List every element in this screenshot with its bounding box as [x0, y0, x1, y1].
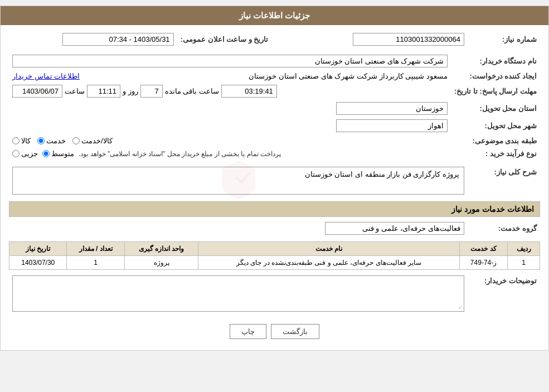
delivery-city-label: شهر محل تحویل:: [451, 117, 540, 134]
cell-date: 1403/07/30: [9, 256, 67, 270]
col-quantity: تعداد / مقدار: [67, 242, 124, 256]
services-table: ردیف کد خدمت نام خدمت واحد اندازه گیری ت…: [9, 241, 540, 270]
service-group-label: گروه خدمت:: [468, 220, 540, 237]
creator-label: ایجاد کننده درخواست:: [451, 70, 540, 83]
deadline-time-label: ساعت: [65, 87, 85, 95]
cell-quantity: 1: [67, 256, 124, 270]
watermark-logo: [216, 158, 261, 204]
service-group-field: فعالیت‌های حرفه‌ای، علمی و فنی: [325, 222, 464, 235]
summary-table: شرح کلی نیاز: پروژه کارگزاری فن بازار من…: [9, 164, 540, 197]
purchase-jozei-label: جزیی: [21, 149, 38, 158]
need-number-label: شماره نیاز:: [468, 31, 540, 48]
summary-text: پروژه کارگزاری فن بازار منطقه ای استان خ…: [305, 170, 459, 178]
category-khadamat-radio[interactable]: [37, 137, 45, 144]
purchase-type-row: پرداخت تمام یا بخشی از مبلغ خریداز محل "…: [9, 147, 451, 160]
deadline-remaining-label: ساعت باقی مانده: [165, 87, 219, 95]
back-button[interactable]: بازگشت: [271, 324, 319, 339]
buyer-org-value: شرکت شهرک های صنعتی استان خوزستان: [9, 52, 451, 70]
category-options: کالا/خدمت خدمت کالا: [9, 134, 451, 147]
purchase-mottavset-radio[interactable]: [42, 150, 50, 157]
col-service-name: نام خدمت: [198, 242, 460, 256]
purchase-mottavset-label: متوسط: [51, 149, 74, 158]
buyer-notes-label: توضیحات خریدار:: [468, 273, 540, 314]
category-label: طبقه بندی موضوعی:: [451, 134, 540, 147]
buyer-notes-table: توضیحات خریدار: ↙: [9, 273, 540, 314]
col-unit: واحد اندازه گیری: [124, 242, 198, 256]
table-row: 1 ز-74-749 سایر فعالیت‌های حرفه‌ای، علمی…: [9, 256, 540, 270]
buyer-org-label: نام دستگاه خریدار:: [451, 52, 540, 70]
contact-info-link[interactable]: اطلاعات تماس خریدار: [12, 72, 80, 80]
creator-text: مسعود شیبپی کاربرداز شرکت شهرک های صنعتی…: [249, 72, 448, 80]
category-kala-khadamat[interactable]: کالا/خدمت: [72, 137, 113, 145]
page-title: جزئیات اطلاعات نیاز: [239, 11, 310, 20]
print-button[interactable]: چاپ: [230, 324, 266, 339]
page-wrapper: جزئیات اطلاعات نیاز شماره نیاز: 11030013…: [0, 6, 549, 351]
category-khadamat-label: خدمت: [46, 137, 66, 145]
announcement-field: 1403/05/31 - 07:34: [62, 33, 174, 46]
creator-link-cell: اطلاعات تماس خریدار: [9, 70, 126, 83]
summary-label: شرح کلی نیاز:: [468, 164, 540, 197]
content-area: شماره نیاز: 1103001332000064 تاریخ و ساع…: [1, 25, 548, 350]
delivery-province-field: خوزستان: [336, 102, 448, 115]
cell-row-num: 1: [508, 256, 540, 270]
category-kala[interactable]: کالا: [12, 137, 31, 145]
purchase-mottavset[interactable]: متوسط: [42, 149, 74, 158]
purchase-note: پرداخت تمام یا بخشی از مبلغ خریداز محل "…: [79, 150, 281, 158]
top-info-bar: شماره نیاز: 1103001332000064 تاریخ و ساع…: [9, 31, 540, 48]
category-kala-radio[interactable]: [12, 137, 20, 144]
service-group-table: گروه خدمت: فعالیت‌های حرفه‌ای، علمی و فن…: [9, 220, 540, 237]
summary-watermark-container: پروژه کارگزاری فن بازار منطقه ای استان خ…: [12, 167, 464, 195]
delivery-province-value: خوزستان: [9, 100, 451, 117]
cell-unit: پروژه: [124, 256, 198, 270]
deadline-row: 03:19:41 ساعت باقی مانده 7 روز و 11:11 س…: [9, 83, 451, 100]
deadline-time-field: 11:11: [87, 85, 120, 98]
deadline-remaining-field: 03:19:41: [221, 85, 277, 98]
buyer-notes-cell: ↙: [9, 273, 468, 314]
need-number-field: 1103001332000064: [353, 33, 464, 46]
service-group-value: فعالیت‌های حرفه‌ای، علمی و فنی: [9, 220, 468, 237]
buyer-org-field: شرکت شهرک های صنعتی استان خوزستان: [12, 55, 448, 67]
deadline-days-field: 7: [140, 85, 163, 98]
deadline-label: مهلت ارسال پاسخ: تا تاریخ:: [451, 83, 540, 100]
summary-box: پروژه کارگزاری فن بازار منطقه ای استان خ…: [12, 167, 464, 195]
category-kala-khadamat-label: کالا/خدمت: [81, 137, 113, 145]
category-khadamat[interactable]: خدمت: [37, 137, 66, 145]
announcement-label: تاریخ و ساعت اعلان عمومی:: [177, 31, 272, 48]
col-date: تاریخ نیاز: [9, 242, 67, 256]
deadline-day-label: روز و: [123, 87, 138, 95]
cell-service-code: ز-74-749: [459, 256, 507, 270]
announcement-value: 1403/05/31 - 07:34: [9, 31, 177, 48]
creator-value: مسعود شیبپی کاربرداز شرکت شهرک های صنعتی…: [126, 70, 451, 83]
bottom-buttons: بازگشت چاپ: [9, 318, 540, 345]
purchase-jozei-radio[interactable]: [12, 150, 20, 157]
services-section-title: اطلاعات خدمات مورد نیاز: [9, 201, 540, 217]
cell-service-name: سایر فعالیت‌های حرفه‌ای، علمی و فنی طبقه…: [198, 256, 460, 270]
main-fields-table: نام دستگاه خریدار: شرکت شهرک های صنعتی ا…: [9, 52, 540, 160]
need-number-value: 1103001332000064: [299, 31, 468, 48]
watermark-icon-2: ↙: [458, 304, 463, 310]
purchase-jozei[interactable]: جزیی: [12, 149, 38, 158]
col-service-code: کد خدمت: [459, 242, 507, 256]
buyer-notes-box: ↙: [12, 275, 464, 312]
category-kala-khadamat-radio[interactable]: [72, 137, 80, 144]
page-header: جزئیات اطلاعات نیاز: [1, 6, 548, 25]
col-row-num: ردیف: [508, 242, 540, 256]
delivery-city-value: اهواز: [9, 117, 451, 134]
deadline-date-field: 1403/06/07: [12, 85, 62, 98]
delivery-city-field: اهواز: [336, 119, 448, 132]
delivery-province-label: استان محل تحویل:: [451, 100, 540, 117]
purchase-type-label: نوع فرآیند خرید :: [451, 147, 540, 160]
summary-value-cell: پروژه کارگزاری فن بازار منطقه ای استان خ…: [9, 164, 468, 197]
category-kala-label: کالا: [21, 137, 31, 145]
